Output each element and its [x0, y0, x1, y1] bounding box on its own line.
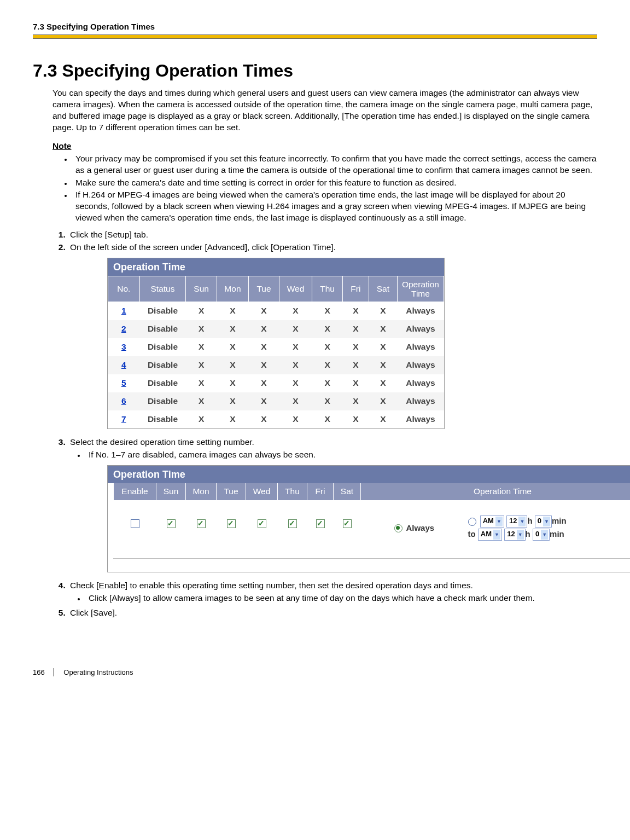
to-ampm-select[interactable]: AM▼ — [478, 529, 502, 541]
table-row: 6DisableXXXXXXXAlways — [108, 392, 444, 410]
row-thu: X — [312, 410, 343, 428]
th2-optime: Operation Time — [361, 483, 631, 500]
row-sun: X — [186, 410, 217, 428]
row-wed: X — [279, 392, 312, 410]
row-wed: X — [279, 338, 312, 356]
row-status: Disable — [139, 338, 186, 356]
row-tue: X — [249, 320, 279, 338]
row-tue: X — [249, 302, 279, 320]
row-sat: X — [369, 302, 397, 320]
row-sun: X — [186, 338, 217, 356]
row-status: Disable — [139, 410, 186, 428]
step-4: Check [Enable] to enable this operating … — [68, 580, 597, 604]
th2-enable: Enable — [114, 483, 156, 500]
sun-checkbox[interactable] — [167, 519, 176, 528]
row-no[interactable]: 6 — [108, 392, 140, 410]
row-mon: X — [217, 374, 248, 392]
th2-fri: Fri — [307, 483, 334, 500]
sat-checkbox[interactable] — [343, 519, 352, 528]
th-sat: Sat — [369, 276, 397, 302]
from-min-select[interactable]: 0▼ — [535, 515, 552, 528]
page-number: 166 — [33, 668, 54, 676]
row-sun: X — [186, 392, 217, 410]
row-no[interactable]: 4 — [108, 356, 140, 374]
enable-checkbox[interactable] — [131, 519, 139, 528]
row-tue: X — [249, 356, 279, 374]
note-item: Make sure the camera's date and time set… — [72, 177, 597, 189]
row-no[interactable]: 3 — [108, 338, 140, 356]
row-no[interactable]: 5 — [108, 374, 140, 392]
doc-title: Operating Instructions — [63, 668, 133, 676]
row-fri: X — [343, 410, 369, 428]
step-5: Click [Save]. — [68, 607, 597, 619]
th2-sun: Sun — [156, 483, 186, 500]
th2-tue: Tue — [217, 483, 246, 500]
page-footer: 166 Operating Instructions — [0, 668, 630, 693]
th-sun: Sun — [186, 276, 217, 302]
table2-title: Operation Time — [108, 466, 630, 483]
row-thu: X — [312, 302, 343, 320]
to-min-select[interactable]: 0▼ — [533, 529, 550, 541]
mon-checkbox[interactable] — [197, 519, 206, 528]
table-row: 1DisableXXXXXXXAlways — [108, 302, 444, 320]
th2-wed: Wed — [246, 483, 278, 500]
row-wed: X — [279, 410, 312, 428]
row-wed: X — [279, 320, 312, 338]
row-sat: X — [369, 410, 397, 428]
dropdown-arrow-icon: ▼ — [543, 517, 550, 526]
row-thu: X — [312, 374, 343, 392]
dropdown-arrow-icon: ▼ — [495, 517, 503, 526]
section-heading: 7.3 Specifying Operation Times — [33, 61, 597, 81]
row-optime: Always — [397, 356, 444, 374]
row-fri: X — [343, 302, 369, 320]
row-wed: X — [279, 356, 312, 374]
row-fri: X — [343, 392, 369, 410]
thu-checkbox[interactable] — [288, 519, 297, 528]
row-sun: X — [186, 302, 217, 320]
operation-time-edit-screenshot: Operation Time Enable Sun Mon Tue Wed — [107, 465, 630, 572]
from-hour-select[interactable]: 12▼ — [506, 515, 527, 528]
step-3: Select the desired operation time settin… — [68, 437, 597, 572]
row-thu: X — [312, 320, 343, 338]
step-1: Click the [Setup] tab. — [68, 229, 597, 241]
row-no[interactable]: 1 — [108, 302, 140, 320]
to-hour-select[interactable]: 12▼ — [504, 529, 525, 541]
row-no[interactable]: 2 — [108, 320, 140, 338]
from-ampm-select[interactable]: AM▼ — [480, 515, 504, 528]
row-sun: X — [186, 374, 217, 392]
row-fri: X — [343, 320, 369, 338]
row-sat: X — [369, 392, 397, 410]
th-no: No. — [108, 276, 140, 302]
timerange-radio[interactable] — [468, 518, 476, 526]
note-item: If H.264 or MPEG-4 images are being view… — [72, 189, 597, 224]
row-optime: Always — [397, 302, 444, 320]
row-sat: X — [369, 338, 397, 356]
min-label: min — [552, 516, 567, 525]
row-wed: X — [279, 374, 312, 392]
th-status: Status — [139, 276, 186, 302]
row-fri: X — [343, 356, 369, 374]
row-sun: X — [186, 320, 217, 338]
operation-time-list-screenshot: Operation Time No. Status Sun Mon Tue We… — [107, 258, 445, 429]
wed-checkbox[interactable] — [258, 519, 266, 528]
row-optime: Always — [397, 392, 444, 410]
note-list: Your privacy may be compromised if you s… — [52, 153, 597, 224]
operation-time-table: No. Status Sun Mon Tue Wed Thu Fri Sat O… — [108, 276, 444, 428]
to-label: to — [468, 529, 476, 538]
dropdown-arrow-icon: ▼ — [518, 517, 526, 526]
row-no[interactable]: 7 — [108, 410, 140, 428]
note-item: Your privacy may be compromised if you s… — [72, 153, 597, 176]
row-sun: X — [186, 356, 217, 374]
fri-checkbox[interactable] — [316, 519, 325, 528]
always-radio[interactable] — [394, 524, 402, 532]
always-label: Always — [406, 523, 434, 532]
row-sat: X — [369, 374, 397, 392]
th-tue: Tue — [249, 276, 279, 302]
row-optime: Always — [397, 320, 444, 338]
intro-paragraph: You can specify the days and times durin… — [52, 88, 597, 134]
step-2: On the left side of the screen under [Ad… — [68, 242, 597, 429]
note-heading: Note — [52, 141, 597, 151]
step-3-sub: If No. 1–7 are disabled, camera images c… — [85, 449, 597, 461]
step-4-sub: Click [Always] to allow camera images to… — [85, 593, 597, 604]
tue-checkbox[interactable] — [227, 519, 236, 528]
